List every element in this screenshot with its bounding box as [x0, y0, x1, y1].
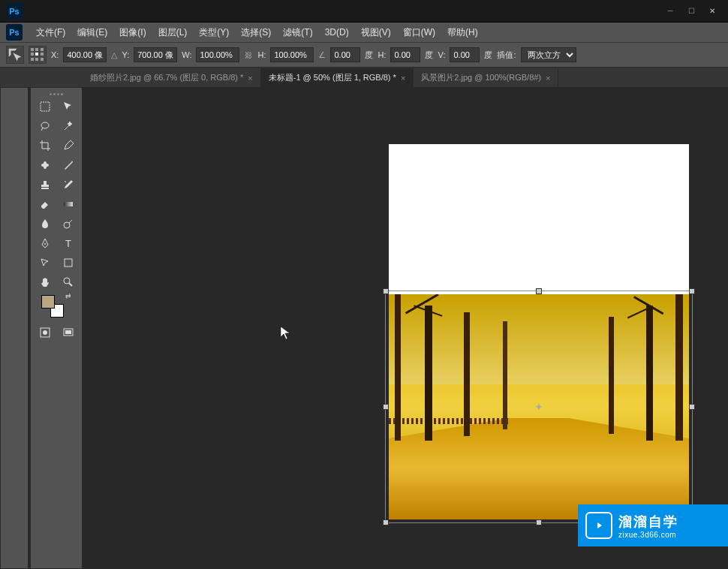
- interp-select[interactable]: 两次立方: [521, 47, 576, 62]
- foreground-swatch[interactable]: [41, 295, 55, 309]
- handle-bot-mid[interactable]: [536, 519, 542, 525]
- options-bar: X: △ Y: W: ⛓ H: ∠ 度 H: 度 V: 度 插值: 两次立方: [0, 42, 728, 68]
- svg-point-12: [43, 330, 47, 335]
- pen-tool[interactable]: [34, 234, 56, 252]
- x-input[interactable]: [63, 47, 107, 62]
- menu-bar: Ps 文件(F) 编辑(E) 图像(I) 图层(L) 类型(Y) 选择(S) 滤…: [0, 23, 728, 42]
- svg-point-6: [64, 222, 70, 228]
- healing-tool[interactable]: [34, 156, 56, 174]
- gradient-tool[interactable]: [57, 195, 79, 213]
- cursor-icon: [280, 326, 292, 344]
- brush-tool[interactable]: [57, 156, 79, 174]
- menu-layer[interactable]: 图层(L): [152, 23, 194, 42]
- tab-label: 风景图片2.jpg @ 100%(RGB/8#): [421, 72, 541, 83]
- menu-type[interactable]: 类型(Y): [193, 23, 235, 42]
- screenmode-tool[interactable]: [57, 324, 79, 342]
- history-brush-tool[interactable]: [57, 176, 79, 194]
- tab-label: 婚纱照片2.jpg @ 66.7% (图层 0, RGB/8) *: [90, 72, 243, 83]
- angle-icon: ∠: [318, 50, 326, 60]
- crop-tool[interactable]: [34, 137, 56, 155]
- eraser-tool[interactable]: [34, 195, 56, 213]
- move-tool[interactable]: [57, 98, 79, 116]
- eyedropper-tool[interactable]: [57, 137, 79, 155]
- dodge-tool[interactable]: [57, 215, 79, 233]
- tab-close-icon[interactable]: ×: [546, 74, 550, 83]
- v-unit: 度: [484, 50, 492, 61]
- x-label: X:: [51, 50, 59, 59]
- transform-tool-icon[interactable]: [6, 46, 24, 64]
- svg-rect-14: [65, 330, 71, 334]
- type-tool[interactable]: T: [57, 234, 79, 252]
- svg-point-10: [64, 278, 70, 284]
- handle-top-right[interactable]: [689, 288, 695, 294]
- h2-label: H:: [378, 50, 386, 59]
- v-input[interactable]: [450, 47, 480, 62]
- ps-logo: Ps: [6, 3, 23, 20]
- y-label: Y:: [122, 50, 129, 59]
- angle-input[interactable]: [330, 47, 360, 62]
- menu-view[interactable]: 视图(V): [355, 23, 397, 42]
- link-icon[interactable]: ⛓: [244, 49, 253, 61]
- minimize-button[interactable]: ─: [660, 5, 680, 18]
- panel-grip[interactable]: [34, 91, 79, 97]
- shape-tool[interactable]: [57, 254, 79, 272]
- swap-colors-icon[interactable]: ⇄: [65, 292, 71, 300]
- handle-mid-right[interactable]: [689, 404, 695, 410]
- svg-text:T: T: [65, 238, 71, 249]
- v-label: V:: [438, 50, 445, 59]
- tab-doc3[interactable]: 风景图片2.jpg @ 100%(RGB/8#)×: [414, 68, 558, 87]
- canvas-area[interactable]: ✦: [83, 87, 728, 569]
- canvas-background: [389, 144, 689, 294]
- menu-3d[interactable]: 3D(D): [319, 24, 355, 41]
- interp-label: 插值:: [497, 50, 516, 61]
- menu-image[interactable]: 图像(I): [113, 23, 152, 42]
- play-icon: [585, 512, 612, 539]
- menu-edit[interactable]: 编辑(E): [71, 23, 113, 42]
- h-input[interactable]: [270, 47, 314, 62]
- color-swatches: ⇄: [34, 292, 79, 319]
- h-label: H:: [257, 50, 266, 59]
- watermark-title: 溜溜自学: [618, 513, 678, 531]
- handle-bot-left[interactable]: [383, 519, 389, 525]
- svg-rect-4: [41, 188, 49, 189]
- h2-input[interactable]: [390, 47, 420, 62]
- reference-point-grid[interactable]: [29, 46, 47, 64]
- hand-tool[interactable]: [34, 273, 56, 291]
- maximize-button[interactable]: ☐: [681, 5, 701, 18]
- menu-file[interactable]: 文件(F): [30, 23, 71, 42]
- placed-image-layer[interactable]: [389, 294, 689, 519]
- zoom-tool[interactable]: [57, 273, 79, 291]
- svg-rect-9: [65, 259, 72, 266]
- tab-close-icon[interactable]: ×: [401, 74, 405, 83]
- angle-unit: 度: [365, 50, 373, 61]
- menu-select[interactable]: 选择(S): [235, 23, 277, 42]
- menu-window[interactable]: 窗口(W): [397, 23, 441, 42]
- w-label: W:: [182, 50, 191, 59]
- tab-doc1[interactable]: 婚纱照片2.jpg @ 66.7% (图层 0, RGB/8) *×: [83, 68, 261, 87]
- w-input[interactable]: [196, 47, 239, 62]
- delta-icon[interactable]: △: [111, 50, 117, 60]
- path-tool[interactable]: [34, 254, 56, 272]
- stamp-tool[interactable]: [34, 176, 56, 194]
- menu-help[interactable]: 帮助(H): [441, 23, 484, 42]
- menu-filter[interactable]: 滤镜(T): [277, 23, 318, 42]
- tab-close-icon[interactable]: ×: [248, 74, 252, 83]
- quickmask-tool[interactable]: [34, 324, 56, 342]
- marquee-tool[interactable]: [34, 98, 56, 116]
- handle-mid-left[interactable]: [383, 404, 389, 410]
- svg-rect-5: [64, 202, 73, 206]
- wand-tool[interactable]: [57, 117, 79, 135]
- watermark: 溜溜自学 zixue.3d66.com: [578, 504, 728, 546]
- document-tabs: 婚纱照片2.jpg @ 66.7% (图层 0, RGB/8) *× 未标题-1…: [0, 68, 728, 87]
- h2-unit: 度: [425, 50, 433, 61]
- handle-top-left[interactable]: [383, 288, 389, 294]
- tab-label: 未标题-1 @ 50% (图层 1, RGB/8) *: [269, 72, 396, 83]
- tab-doc2[interactable]: 未标题-1 @ 50% (图层 1, RGB/8) *×: [261, 68, 414, 87]
- y-input[interactable]: [134, 47, 177, 62]
- lasso-tool[interactable]: [34, 117, 56, 135]
- ps-logo-menu: Ps: [6, 24, 23, 41]
- close-button[interactable]: ✕: [702, 5, 722, 18]
- blur-tool[interactable]: [34, 215, 56, 233]
- left-dock: [0, 87, 29, 569]
- svg-point-7: [44, 243, 46, 245]
